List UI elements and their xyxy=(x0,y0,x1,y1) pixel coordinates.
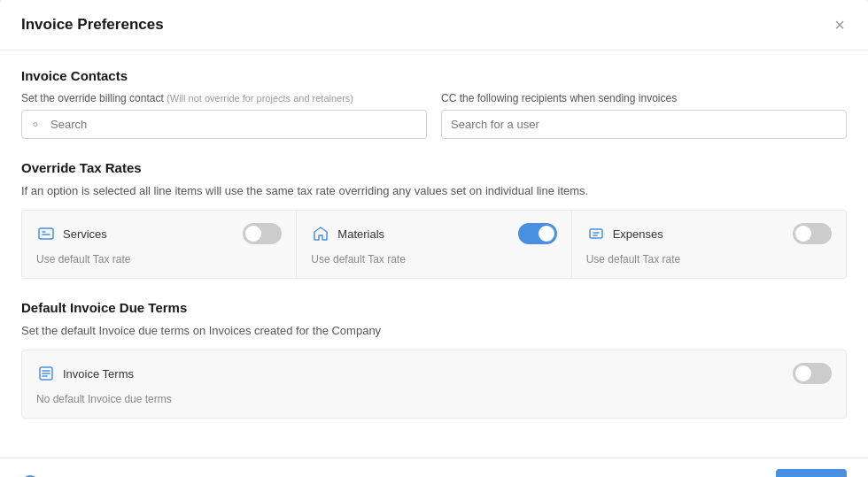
due-card-header: Invoice Terms xyxy=(36,363,832,384)
materials-label-wrap: Materials xyxy=(311,224,384,243)
services-sublabel: Use default Tax rate xyxy=(36,253,282,265)
materials-sublabel: Use default Tax rate xyxy=(311,253,556,265)
override-tax-section: Override Tax Rates If an option is selec… xyxy=(21,160,847,279)
override-tax-desc: If an option is selected all line items … xyxy=(21,184,847,197)
materials-icon xyxy=(311,224,330,243)
expenses-card-header: Expenses xyxy=(586,223,832,244)
billing-search-wrap: ⚬ xyxy=(21,110,427,139)
contacts-row: Set the override billing contact (Will n… xyxy=(21,92,847,139)
billing-label: Set the override billing contact (Will n… xyxy=(21,92,427,104)
close-button[interactable]: × xyxy=(833,14,847,35)
expenses-label-wrap: Expenses xyxy=(586,224,663,243)
svg-rect-1 xyxy=(590,229,602,238)
services-label-wrap: Services xyxy=(36,224,107,243)
billing-search-input[interactable] xyxy=(21,110,427,139)
due-terms-title: Default Invoice Due Terms xyxy=(21,300,847,315)
services-label: Services xyxy=(63,227,107,241)
expenses-sublabel: Use default Tax rate xyxy=(586,253,832,265)
services-toggle-slider xyxy=(243,223,282,244)
materials-card-header: Materials xyxy=(311,223,556,244)
svg-rect-0 xyxy=(39,228,53,239)
modal-body: Invoice Contacts Set the override billin… xyxy=(0,50,868,458)
due-terms-desc: Set the default Invoice due terms on Inv… xyxy=(21,324,847,337)
due-terms-card: Invoice Terms No default Invoice due ter… xyxy=(21,350,847,419)
due-label-wrap: Invoice Terms xyxy=(36,364,134,383)
materials-toggle[interactable] xyxy=(518,223,557,244)
save-button[interactable]: Save xyxy=(776,469,847,477)
expenses-label: Expenses xyxy=(613,227,663,241)
expenses-tax-card: Expenses Use default Tax rate xyxy=(572,211,846,278)
cc-search-input[interactable] xyxy=(441,110,847,139)
materials-toggle-slider xyxy=(518,223,557,244)
tax-grid: Services Use default Tax rate xyxy=(21,210,847,279)
invoice-terms-label: Invoice Terms xyxy=(63,367,134,381)
due-terms-section: Default Invoice Due Terms Set the defaul… xyxy=(21,300,847,419)
override-tax-title: Override Tax Rates xyxy=(21,160,847,175)
expenses-icon xyxy=(586,224,606,243)
modal-title: Invoice Preferences xyxy=(21,16,164,34)
materials-tax-card: Materials Use default Tax rate xyxy=(297,211,570,278)
services-tax-card: Services Use default Tax rate xyxy=(22,211,296,278)
expenses-toggle-slider xyxy=(793,223,832,244)
due-terms-sublabel: No default Invoice due terms xyxy=(36,393,832,405)
services-toggle[interactable] xyxy=(243,223,282,244)
services-icon xyxy=(36,224,56,243)
cc-label: CC the following recipients when sending… xyxy=(441,92,847,104)
invoice-contacts-title: Invoice Contacts xyxy=(21,68,847,83)
invoice-preferences-modal: Invoice Preferences × Invoice Contacts S… xyxy=(0,0,868,477)
modal-header: Invoice Preferences × xyxy=(0,0,868,50)
billing-contact-field: Set the override billing contact (Will n… xyxy=(21,92,427,139)
services-card-header: Services xyxy=(36,223,282,244)
modal-footer: ? Any default/override options set here … xyxy=(0,458,868,477)
invoice-contacts-section: Invoice Contacts Set the override billin… xyxy=(21,68,847,139)
invoice-terms-toggle[interactable] xyxy=(793,363,832,384)
cc-recipients-field: CC the following recipients when sending… xyxy=(441,92,847,139)
materials-label: Materials xyxy=(337,227,384,241)
invoice-terms-toggle-slider xyxy=(793,363,832,384)
invoice-terms-icon xyxy=(36,364,56,383)
expenses-toggle[interactable] xyxy=(793,223,832,244)
